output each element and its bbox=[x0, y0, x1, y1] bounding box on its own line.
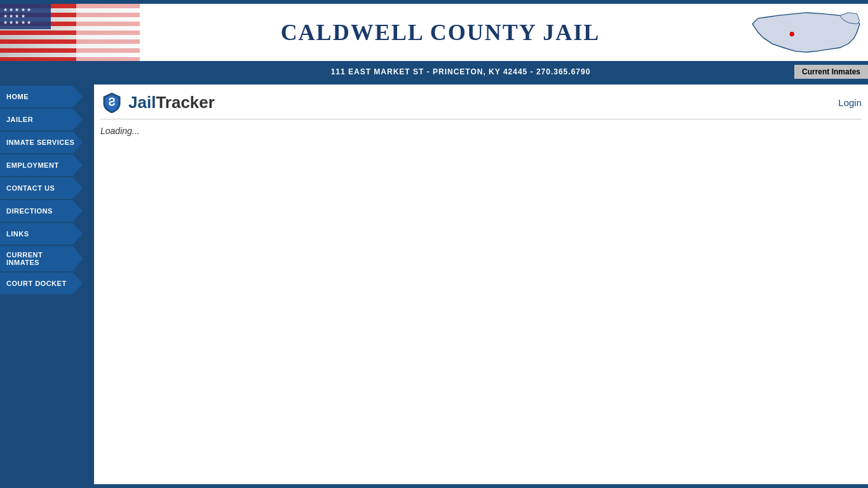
sidebar-item-employment[interactable]: EMPLOYMENT bbox=[0, 154, 94, 176]
sidebar-item-employment-bg: EMPLOYMENT bbox=[0, 154, 83, 176]
svg-text:★ ★ ★ ★: ★ ★ ★ ★ bbox=[3, 13, 25, 19]
site-title: Caldwell County Jail bbox=[140, 19, 741, 46]
bottom-bar bbox=[0, 484, 868, 488]
address-bar: 111 EAST MARKET ST - PRINCETON, KY 42445… bbox=[0, 61, 868, 83]
jailtracker-shield-icon bbox=[100, 91, 123, 114]
svg-text:★ ★ ★ ★ ★: ★ ★ ★ ★ ★ bbox=[3, 20, 31, 25]
sidebar-item-home[interactable]: HOME bbox=[0, 86, 94, 107]
sidebar-item-links[interactable]: LINKS bbox=[0, 223, 94, 245]
svg-text:★ ★ ★ ★ ★: ★ ★ ★ ★ ★ bbox=[3, 7, 31, 13]
flag-banner-svg: ★ ★ ★ ★ ★ ★ ★ ★ ★ ★ ★ ★ ★ ★ bbox=[0, 4, 140, 61]
sidebar-item-current-inmates[interactable]: CURRENT INMATES bbox=[0, 246, 94, 271]
sidebar-item-home-bg: HOME bbox=[0, 86, 83, 107]
sidebar-item-current-inmates-bg: CURRENT INMATES bbox=[0, 246, 83, 271]
sidebar-item-directions-bg: DIRECTIONS bbox=[0, 200, 83, 222]
address-text: 111 EAST MARKET ST - PRINCETON, KY 42445… bbox=[127, 67, 794, 76]
loading-text: Loading... bbox=[100, 126, 862, 136]
jailtracker-logo: JailTracker bbox=[100, 91, 215, 114]
sidebar-item-links-bg: LINKS bbox=[0, 223, 83, 245]
login-link[interactable]: Login bbox=[838, 97, 862, 108]
current-inmates-button[interactable]: Current Inmates bbox=[794, 65, 868, 79]
sidebar-item-court-docket[interactable]: COURT DOCKET bbox=[0, 273, 94, 294]
site-header: ★ ★ ★ ★ ★ ★ ★ ★ ★ ★ ★ ★ ★ ★ Caldwell Cou… bbox=[0, 4, 868, 61]
sidebar-item-directions[interactable]: DIRECTIONS bbox=[0, 200, 94, 222]
svg-rect-12 bbox=[76, 4, 140, 61]
flag-banner: ★ ★ ★ ★ ★ ★ ★ ★ ★ ★ ★ ★ ★ ★ bbox=[0, 4, 140, 61]
main-content: JailTracker Login Loading... bbox=[94, 83, 868, 488]
sidebar-item-jailer-bg: JAILER bbox=[0, 109, 83, 130]
sidebar-item-court-docket-bg: COURT DOCKET bbox=[0, 273, 83, 294]
sidebar-item-inmate-services[interactable]: INMATE SERVICES bbox=[0, 132, 94, 153]
sidebar-item-contact-us[interactable]: CONTACT US bbox=[0, 177, 94, 199]
jailtracker-logo-text: JailTracker bbox=[128, 93, 215, 112]
sidebar-item-contact-us-bg: CONTACT US bbox=[0, 177, 83, 199]
jailtracker-header: JailTracker Login bbox=[100, 91, 862, 119]
state-map-container bbox=[741, 4, 868, 61]
main-layout: HOME JAILER INMATE SERVICES EMPLOYMENT C… bbox=[0, 83, 868, 488]
sidebar-item-inmate-services-bg: INMATE SERVICES bbox=[0, 132, 83, 153]
svg-point-14 bbox=[791, 33, 794, 36]
sidebar-item-jailer[interactable]: JAILER bbox=[0, 109, 94, 130]
kentucky-map-svg bbox=[747, 7, 865, 58]
sidebar: HOME JAILER INMATE SERVICES EMPLOYMENT C… bbox=[0, 83, 94, 488]
